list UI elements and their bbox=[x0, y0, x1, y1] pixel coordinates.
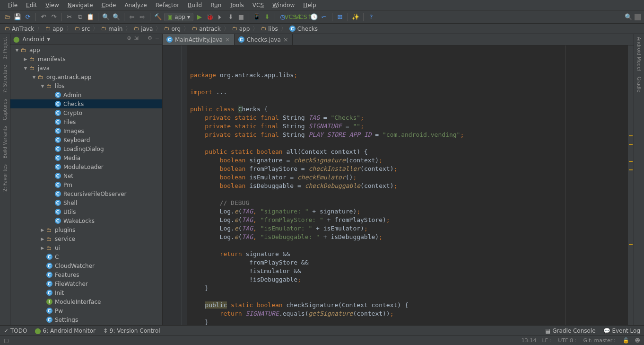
warning-mark[interactable] bbox=[629, 244, 633, 245]
toolwindow-tab-favorites[interactable]: 2: Favorites bbox=[1, 161, 9, 195]
tree-node-admin[interactable]: CAdmin bbox=[10, 90, 162, 99]
menu-navigate[interactable]: Navigate bbox=[63, 2, 97, 9]
code-line[interactable]: // DEBUG bbox=[190, 199, 628, 207]
tree-node-service[interactable]: ▶🗀service bbox=[10, 234, 162, 243]
file-encoding[interactable]: UTF-8≑ bbox=[558, 337, 577, 344]
toolwindow-tab-project[interactable]: 1: Project bbox=[1, 34, 9, 62]
toolwindow-tab-captures[interactable]: Captures bbox=[1, 96, 9, 123]
avd-icon[interactable]: 📱 bbox=[252, 13, 261, 21]
toolwindow-tab-structure[interactable]: 7: Structure bbox=[1, 62, 9, 96]
toolwindow-tab-android-monitor[interactable]: ⬤ 6: Android Monitor bbox=[35, 327, 96, 334]
toolwindow-tab-android-model[interactable]: Android Model bbox=[635, 34, 643, 74]
toolwindow-tab-version-control[interactable]: ↕ 9: Version Control bbox=[103, 327, 160, 334]
tree-node-libs[interactable]: ▼🗀libs bbox=[10, 81, 162, 90]
tree-node-org-antrack-app[interactable]: ▼🗀org.antrack.app bbox=[10, 72, 162, 81]
git-branch[interactable]: Git: master≑ bbox=[583, 337, 617, 344]
tree-node-pw[interactable]: CPw bbox=[10, 306, 162, 315]
code-line[interactable]: boolean signature = checkSignature(conte… bbox=[190, 156, 628, 165]
warning-mark[interactable] bbox=[629, 144, 633, 145]
code-line[interactable]: import ... bbox=[190, 88, 628, 97]
find-icon[interactable]: 🔍 bbox=[102, 13, 110, 21]
code-editor[interactable]: package org.antrack.app.libs; import ...… bbox=[163, 45, 634, 325]
toolwindow-tab-gradle-console[interactable]: ▤ Gradle Console bbox=[545, 327, 596, 334]
warning-mark[interactable] bbox=[629, 169, 633, 170]
tree-node-crypto[interactable]: CCrypto bbox=[10, 108, 162, 117]
tree-node-pm[interactable]: CPm bbox=[10, 180, 162, 189]
code-line[interactable]: return signature && bbox=[190, 250, 628, 258]
tree-node-init[interactable]: CInit bbox=[10, 288, 162, 297]
code-line[interactable]: Log.e(TAG, "isDebuggable: " + isDebuggab… bbox=[190, 233, 628, 241]
code-line[interactable] bbox=[190, 139, 628, 148]
stop-icon[interactable]: ■ bbox=[237, 13, 245, 21]
breadcrumb-antrack[interactable]: 🗀AnTrack bbox=[2, 26, 37, 32]
tree-toggle[interactable]: ▼ bbox=[23, 66, 28, 71]
editor-tab-checks-java[interactable]: CChecks.java× bbox=[235, 34, 293, 45]
code-line[interactable]: boolean isEmulator = checkEmulator(); bbox=[190, 173, 628, 182]
code-line[interactable] bbox=[190, 80, 628, 88]
make-icon[interactable]: 🔨 bbox=[154, 13, 162, 21]
copy-icon[interactable]: ⧉ bbox=[76, 13, 84, 21]
toolwindow-tab-event-log[interactable]: 💬 Event Log bbox=[603, 327, 640, 334]
code-line[interactable]: boolean fromPlayStore = checkInstaller(c… bbox=[190, 165, 628, 173]
tree-node-plugins[interactable]: ▶🗀plugins bbox=[10, 225, 162, 234]
breadcrumb-src[interactable]: 🗀src bbox=[72, 26, 93, 32]
tree-node-recursivefileobserver[interactable]: CRecursiveFileObserver bbox=[10, 189, 162, 198]
menu-code[interactable]: Code bbox=[97, 2, 121, 9]
code-line[interactable]: package org.antrack.app.libs; bbox=[190, 71, 628, 80]
tree-node-moduleloader[interactable]: CModuleLoader bbox=[10, 162, 162, 171]
menu-tools[interactable]: Tools bbox=[226, 2, 248, 9]
tree-node-net[interactable]: CNet bbox=[10, 171, 162, 180]
code-line[interactable] bbox=[190, 292, 628, 301]
tree-node-loadingdialog[interactable]: CLoadingDialog bbox=[10, 144, 162, 153]
tree-node-wakelocks[interactable]: CWakeLocks bbox=[10, 216, 162, 225]
toolwindow-tab-todo[interactable]: ✓ TODO bbox=[4, 327, 27, 334]
breadcrumb-app[interactable]: 🗀app bbox=[43, 26, 66, 32]
menu-build[interactable]: Build bbox=[183, 2, 206, 9]
code-line[interactable]: Log.e(TAG, "fromPlayStore: " + fromPlayS… bbox=[190, 216, 628, 224]
tree-node-utils[interactable]: CUtils bbox=[10, 207, 162, 216]
menu-analyze[interactable]: Analyze bbox=[120, 2, 151, 9]
menu-window[interactable]: Window bbox=[268, 2, 299, 9]
tree-node-app[interactable]: ▼🗀app bbox=[10, 45, 162, 54]
menu-run[interactable]: Run bbox=[206, 2, 226, 9]
code-line[interactable]: public static boolean all(Context contex… bbox=[190, 148, 628, 156]
help-icon[interactable]: ? bbox=[367, 13, 375, 21]
undo-icon[interactable]: ↶ bbox=[39, 13, 48, 21]
menu-refactor[interactable]: Refactor bbox=[151, 2, 183, 9]
tree-toggle[interactable]: ▶ bbox=[40, 228, 45, 232]
tree-node-files[interactable]: CFiles bbox=[10, 117, 162, 126]
structure-icon[interactable]: ⊞ bbox=[336, 13, 344, 21]
attach-debugger-icon[interactable]: ⬇ bbox=[226, 13, 235, 21]
tree-node-checks[interactable]: CChecks bbox=[10, 99, 162, 108]
sync-icon[interactable]: ⟳ bbox=[24, 13, 32, 21]
code-line[interactable]: Log.e(TAG, "isEmulator: " + isEmulator); bbox=[190, 224, 628, 233]
close-icon[interactable]: × bbox=[225, 36, 230, 43]
collapse-all-icon[interactable]: ⇲ bbox=[134, 35, 139, 44]
error-stripe[interactable] bbox=[628, 45, 634, 325]
tree-node-images[interactable]: CImages bbox=[10, 126, 162, 135]
menu-file[interactable]: File bbox=[4, 2, 22, 9]
tree-node-manifests[interactable]: ▶🗀manifests bbox=[10, 54, 162, 63]
code-line[interactable]: public class Checks { bbox=[190, 105, 628, 114]
cut-icon[interactable]: ✂ bbox=[65, 13, 74, 21]
gear-icon[interactable]: ⚙ bbox=[148, 35, 152, 44]
code-line[interactable]: fromPlayStore && bbox=[190, 258, 628, 267]
menu-vcs[interactable]: VCS bbox=[248, 2, 268, 9]
back-icon[interactable]: ⇦ bbox=[128, 13, 136, 21]
user-icon[interactable] bbox=[635, 14, 641, 20]
project-tree[interactable]: ▼🗀app▶🗀manifests▼🗀java▼🗀org.antrack.app▼… bbox=[10, 44, 162, 325]
code-line[interactable]: !isEmulator && bbox=[190, 267, 628, 275]
code-line[interactable]: private static final String SIGNATURE = … bbox=[190, 122, 628, 131]
tree-node-settings[interactable]: CSettings bbox=[10, 315, 162, 324]
redo-icon[interactable]: ↷ bbox=[50, 13, 58, 21]
tree-toggle[interactable]: ▼ bbox=[14, 48, 20, 53]
breadcrumb-antrack[interactable]: 🗀antrack bbox=[189, 26, 224, 32]
history-icon[interactable]: 🕓 bbox=[310, 13, 318, 21]
tree-toggle[interactable]: ▼ bbox=[40, 84, 45, 88]
vcs-commit-icon[interactable]: VCS↑ bbox=[299, 13, 308, 21]
forward-icon[interactable]: ⇨ bbox=[138, 13, 147, 21]
tree-toggle[interactable]: ▼ bbox=[31, 75, 37, 80]
scroll-from-source-icon[interactable]: ⊕ bbox=[127, 35, 131, 44]
menu-edit[interactable]: Edit bbox=[22, 2, 41, 9]
tree-node-cloudwatcher[interactable]: CCloudWatcher bbox=[10, 261, 162, 270]
